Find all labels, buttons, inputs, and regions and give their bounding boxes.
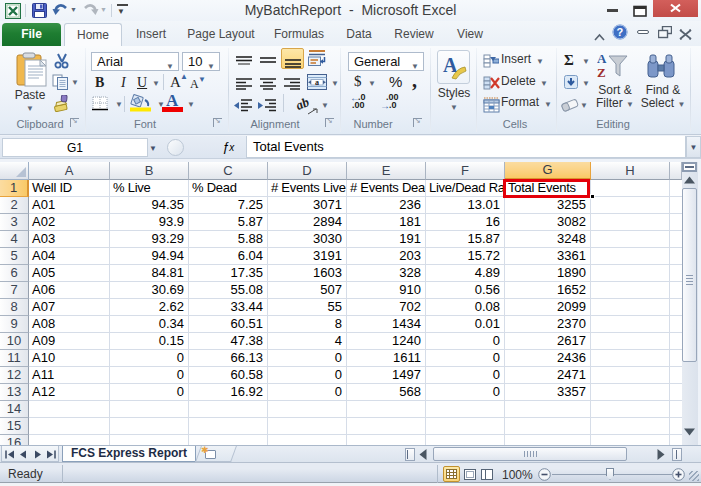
svg-text:?: ? [617, 26, 624, 38]
svg-text:Z: Z [597, 65, 606, 80]
svg-text:A: A [597, 51, 607, 66]
svg-text:a: a [315, 78, 319, 87]
